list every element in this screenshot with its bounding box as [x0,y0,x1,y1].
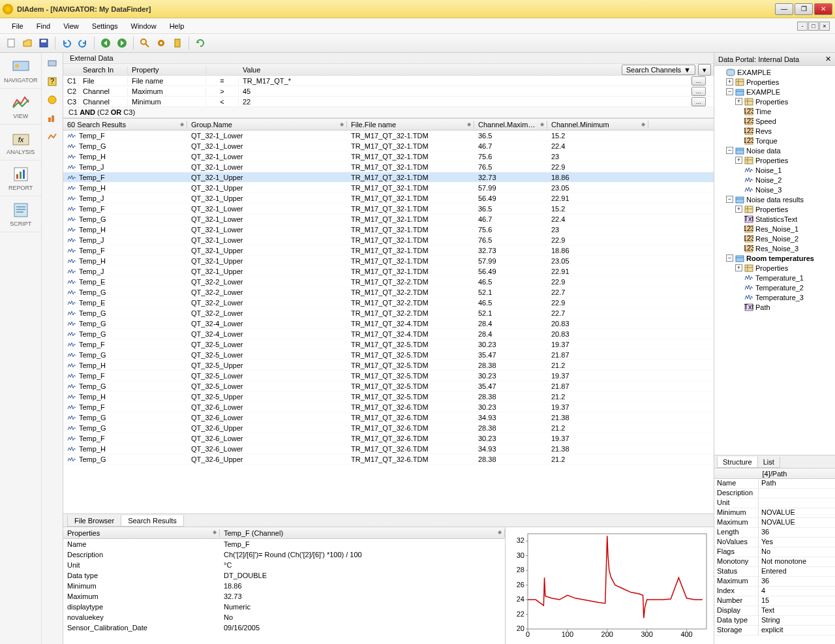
result-row[interactable]: Temp_HQT_32-1_UpperTR_M17_QT_32-1.TDM57.… [63,256,714,266]
search-run-button[interactable]: ▾ [698,64,711,76]
tree-item[interactable]: 123Res_Noise_2 [716,234,834,243]
props-header-label[interactable]: Properties◆ [63,529,220,537]
col-group[interactable]: Group.Name◆ [187,121,347,129]
tree-expand-icon[interactable]: + [735,206,742,213]
tree-expand-icon[interactable]: + [735,157,742,164]
tree-item[interactable]: Noise_3 [716,185,834,194]
result-row[interactable]: Temp_GQT_32-1_LowerTR_M17_QT_32-1.TDM46.… [63,141,714,151]
search-condition-row[interactable]: C2ChannelMaximum>45… [63,86,714,97]
tree-expand-icon[interactable]: − [726,196,733,203]
tree-item[interactable]: 123Res_Noise_3 [716,243,834,253]
result-row[interactable]: Temp_FQT_32-6_LowerTR_M17_QT_32-6.TDM30.… [63,433,714,444]
menu-file[interactable]: File [5,21,30,31]
tree-item[interactable]: Temperature_2 [716,283,834,292]
browse-button[interactable]: … [691,76,706,85]
tree-item[interactable]: EXAMPLE [716,67,834,77]
tree-item[interactable]: +Properties [716,204,834,214]
tree-item[interactable]: Noise_2 [716,175,834,185]
tree-item[interactable]: Temperature_1 [716,273,834,283]
save-icon[interactable] [37,36,51,50]
nav-navigator[interactable]: NAVIGATOR [0,53,41,89]
results-count[interactable]: 60 Search Results◆ [63,121,187,129]
undo-icon[interactable] [59,36,74,50]
mdi-close[interactable]: × [819,22,830,31]
result-row[interactable]: Temp_GQT_32-2_LowerTR_M17_QT_32-2.TDM52.… [63,287,714,298]
result-row[interactable]: Temp_FQT_32-6_LowerTR_M17_QT_32-6.TDM30.… [63,402,714,412]
menu-settings[interactable]: Settings [85,21,125,31]
nav-script[interactable]: SCRIPT [0,196,41,232]
find-icon[interactable] [138,36,152,50]
col-file[interactable]: File.File name◆ [347,121,474,129]
tree-item[interactable]: +Properties [716,77,834,87]
tree-item[interactable]: 123Res_Noise_1 [716,224,834,234]
tree-item[interactable]: TxtPath [716,302,834,312]
redo-icon[interactable] [76,36,90,50]
result-row[interactable]: Temp_HQT_32-1_UpperTR_M17_QT_32-1.TDM57.… [63,183,714,193]
maximize-button[interactable]: ❐ [795,3,813,15]
result-row[interactable]: Temp_GQT_32-4_LowerTR_M17_QT_32-4.TDM28.… [63,329,714,339]
sub-icon-1[interactable] [44,55,60,71]
browse-button[interactable]: … [691,97,706,106]
nav-view[interactable]: VIEW [0,89,41,125]
close-button[interactable]: ✕ [814,3,832,15]
mdi-restore[interactable]: □ [808,22,819,31]
tab-search-results[interactable]: Search Results [121,515,184,527]
tree-item[interactable]: 123Torque [716,136,834,146]
new-icon[interactable] [4,36,18,50]
tree-expand-icon[interactable]: + [726,78,733,85]
result-row[interactable]: Temp_GQT_32-5_LowerTR_M17_QT_32-5.TDM35.… [63,350,714,360]
tree-item[interactable]: TxtStatisticsText [716,214,834,224]
result-row[interactable]: Temp_GQT_32-2_LowerTR_M17_QT_32-2.TDM52.… [63,308,714,318]
result-row[interactable]: Temp_FQT_32-1_LowerTR_M17_QT_32-1.TDM36.… [63,130,714,141]
tree-item[interactable]: +Properties [716,97,834,106]
tree-expand-icon[interactable]: + [735,264,742,271]
result-row[interactable]: Temp_GQT_32-6_LowerTR_M17_QT_32-6.TDM34.… [63,412,714,423]
result-row[interactable]: Temp_HQT_32-5_UpperTR_M17_QT_32-5.TDM28.… [63,391,714,402]
tree-item[interactable]: +Properties [716,155,834,165]
tab-structure[interactable]: Structure [717,457,758,468]
result-row[interactable]: Temp_JQT_32-1_UpperTR_M17_QT_32-1.TDM56.… [63,266,714,277]
tree-expand-icon[interactable]: − [726,88,733,95]
menu-window[interactable]: Window [125,21,163,31]
tool-icon[interactable] [170,36,185,50]
menu-help[interactable]: Help [163,21,191,31]
nav-report[interactable]: REPORT [0,161,41,196]
result-row[interactable]: Temp_HQT_32-5_UpperTR_M17_QT_32-5.TDM28.… [63,360,714,371]
browse-button[interactable]: … [691,87,706,96]
tree-item[interactable]: Noise_1 [716,165,834,175]
sub-icon-2[interactable]: ? [44,74,60,89]
result-row[interactable]: Temp_JQT_32-1_LowerTR_M17_QT_32-1.TDM76.… [63,235,714,245]
result-row[interactable]: Temp_FQT_32-1_UpperTR_M17_QT_32-1.TDM32.… [63,245,714,256]
forward-icon[interactable] [115,36,129,50]
result-row[interactable]: Temp_FQT_32-5_LowerTR_M17_QT_32-5.TDM30.… [63,339,714,350]
mdi-minimize[interactable]: - [797,22,808,31]
sub-icon-4[interactable] [44,110,60,126]
result-row[interactable]: Temp_GQT_32-5_LowerTR_M17_QT_32-5.TDM35.… [63,381,714,391]
tree-item[interactable]: Temperature_3 [716,292,834,302]
result-row[interactable]: Temp_FQT_32-1_UpperTR_M17_QT_32-1.TDM32.… [63,172,714,183]
tree-item[interactable]: 123Revs [716,126,834,136]
result-row[interactable]: Temp_HQT_32-1_LowerTR_M17_QT_32-1.TDM75.… [63,151,714,162]
tree-expand-icon[interactable]: + [735,98,742,105]
portal-close-icon[interactable]: ✕ [825,55,831,63]
portal-tree[interactable]: EXAMPLE+Properties−EXAMPLE+Properties123… [714,66,835,455]
minimize-button[interactable]: — [775,3,793,15]
menu-find[interactable]: Find [30,21,57,31]
search-channels-dropdown[interactable]: Search Channels▼ [622,65,695,75]
result-row[interactable]: Temp_GQT_32-1_LowerTR_M17_QT_32-1.TDM46.… [63,214,714,224]
result-row[interactable]: Temp_GQT_32-6_UpperTR_M17_QT_32-6.TDM28.… [63,423,714,433]
result-row[interactable]: Temp_JQT_32-1_UpperTR_M17_QT_32-1.TDM56.… [63,193,714,204]
result-row[interactable]: Temp_JQT_32-1_LowerTR_M17_QT_32-1.TDM76.… [63,162,714,172]
result-row[interactable]: Temp_FQT_32-5_LowerTR_M17_QT_32-5.TDM30.… [63,371,714,381]
settings-icon[interactable] [154,36,168,50]
tree-item[interactable]: −Room temperatures [716,253,834,263]
tree-item[interactable]: −EXAMPLE [716,87,834,97]
search-condition-row[interactable]: C1FileFile name=TR_M17_QT_*… [63,76,714,86]
tree-item[interactable]: −Noise data [716,146,834,155]
sub-icon-5[interactable] [44,129,60,144]
result-row[interactable]: Temp_EQT_32-2_LowerTR_M17_QT_32-2.TDM46.… [63,298,714,308]
result-row[interactable]: Temp_HQT_32-6_LowerTR_M17_QT_32-6.TDM34.… [63,444,714,454]
tab-file-browser[interactable]: File Browser [67,515,121,527]
result-row[interactable]: Temp_FQT_32-1_LowerTR_M17_QT_32-1.TDM36.… [63,204,714,214]
back-icon[interactable] [99,36,113,50]
